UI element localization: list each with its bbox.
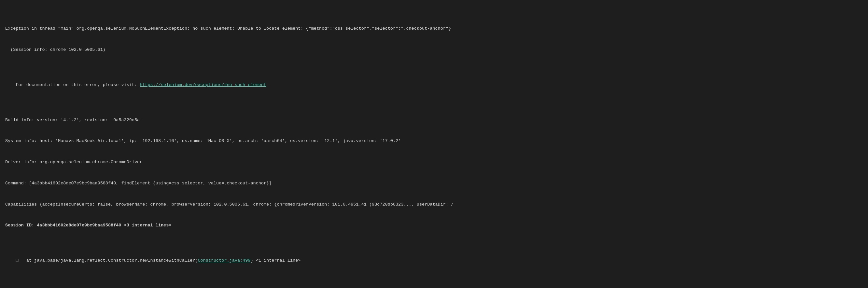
line-driver-info: Driver info: org.openqa.selenium.chrome.… <box>5 159 863 166</box>
console-output: Exception in thread "main" org.openqa.se… <box>5 4 863 288</box>
line-exception: Exception in thread "main" org.openqa.se… <box>5 25 863 32</box>
documentation-prefix: For documentation on this error, please … <box>16 82 140 87</box>
line-system-info: System info: host: 'Manavs-MacBook-Air.l… <box>5 138 863 145</box>
line-stacktrace-0: □ at java.base/java.lang.reflect.Constru… <box>5 250 863 271</box>
line-documentation: For documentation on this error, please … <box>5 74 863 95</box>
stacktrace-suffix-0: ) <1 internal line> <box>250 258 301 263</box>
line-session-info: (Session info: chrome=102.0.5005.61) <box>5 46 863 53</box>
line-command: Command: [4a3bbb41602e8de07e9bc9baa9588f… <box>5 180 863 187</box>
stacktrace-link-0[interactable]: Constructor.java:499 <box>198 258 250 263</box>
documentation-link[interactable]: https://selenium.dev/exceptions/#no_such… <box>140 82 266 87</box>
stacktrace-toggle-icon: □ <box>16 257 20 264</box>
line-session-id: Session ID: 4a3bbb41602e8de07e9bc9baa958… <box>5 222 863 229</box>
line-capabilities: Capabilities {acceptInsecureCerts: false… <box>5 201 863 208</box>
stacktrace-prefix-0: at java.base/java.lang.reflect.Construct… <box>22 258 198 263</box>
line-build-info: Build info: version: '4.1.2', revision: … <box>5 117 863 124</box>
